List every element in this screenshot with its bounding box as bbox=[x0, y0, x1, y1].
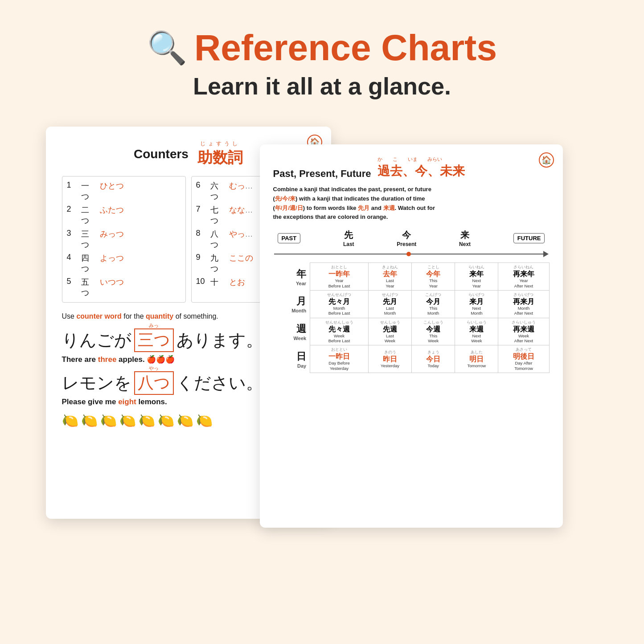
table-cell: あさって明後日Day AfterTomorrow bbox=[498, 345, 549, 373]
table-row: 4四つよっつ bbox=[67, 251, 181, 275]
pf-card: 🏠 Past, Present, Future かこいまみらい 過去、今、未来 … bbox=[260, 144, 563, 528]
future-label: FUTURE bbox=[513, 233, 545, 243]
table-cell: きょう今日Today bbox=[412, 345, 455, 373]
boxed-word-mitsu: みっ 三つ bbox=[134, 328, 174, 352]
title-text: Reference Charts bbox=[194, 27, 497, 69]
counters-title-en: Counters bbox=[134, 147, 189, 161]
year-header: 年Year bbox=[273, 263, 310, 291]
table-cell: おととい一昨日Day BeforeYesterday bbox=[310, 345, 369, 373]
counters-left-col: 1一つひとつ 2二つふたつ 3三つみっつ 4四つよっつ 5五ついつつ bbox=[62, 176, 186, 303]
table-cell: あした明日Tomorrow bbox=[455, 345, 498, 373]
timeline-col-rai: 来 Next bbox=[459, 229, 471, 247]
table-cell: こんしゅう今週ThisWeek bbox=[412, 318, 455, 345]
day-header: 日Day bbox=[273, 345, 310, 373]
pf-furigana-row: かこいまみらい bbox=[377, 156, 442, 163]
pf-title-row: Past, Present, Future かこいまみらい 過去、今、未来 bbox=[273, 156, 550, 180]
pf-title-en: Past, Present, Future bbox=[273, 168, 371, 180]
table-cell: せんせんげつ先々月MonthBefore Last bbox=[310, 290, 369, 318]
table-cell: きょねん去年LastYear bbox=[368, 263, 411, 291]
timeline-col-ima: 今 Present bbox=[397, 229, 416, 247]
counters-furigana: じょすうし bbox=[200, 140, 240, 148]
counters-ja-block: じょすうし 助数詞 bbox=[197, 140, 243, 168]
cards-container: 🏠 Counters じょすうし 助数詞 1一つひとつ 2二つふたつ 3三つみっ… bbox=[55, 118, 590, 546]
table-row: 1一つひとつ bbox=[67, 179, 181, 203]
table-row: 5五ついつつ bbox=[67, 275, 181, 299]
table-row: 2二つふたつ bbox=[67, 203, 181, 227]
table-cell: せんげつ先月LastMonth bbox=[368, 290, 411, 318]
pf-description: Combine a kanji that indicates the past,… bbox=[273, 185, 550, 222]
table-row: 3三つみっつ bbox=[67, 227, 181, 251]
boxed-word-yattsu: やっ 八つ bbox=[134, 371, 174, 395]
timeline-row: PAST 先 Last 今 Present 来 Next FUTURE bbox=[273, 229, 550, 247]
timeline-col-saki: 先 Last bbox=[343, 229, 354, 247]
week-header: 週Week bbox=[273, 318, 310, 345]
home-icon-pf[interactable]: 🏠 bbox=[539, 152, 554, 168]
table-cell: ことし今年ThisYear bbox=[412, 263, 455, 291]
page-title: 🔍 Reference Charts bbox=[147, 27, 497, 69]
pf-title-ja: 過去、今、未来 bbox=[377, 163, 465, 180]
table-cell: らいしゅう来週NextWeek bbox=[455, 318, 498, 345]
table-cell: らいげつ来月NextMonth bbox=[455, 290, 498, 318]
table-row: 月Month せんせんげつ先々月MonthBefore Last せんげつ先月L… bbox=[273, 290, 550, 318]
pf-ja-block: かこいまみらい 過去、今、未来 bbox=[377, 156, 465, 180]
month-header: 月Month bbox=[273, 290, 310, 318]
table-cell: さらいしゅう再来週WeekAfter Next bbox=[498, 318, 549, 345]
table-cell: らいねん来年NextYear bbox=[455, 263, 498, 291]
timeline-arrow bbox=[273, 251, 550, 257]
page-header: 🔍 Reference Charts Learn it all at a gla… bbox=[147, 27, 497, 100]
page-subtitle: Learn it all at a glance. bbox=[147, 72, 497, 100]
table-cell: こんげつ今月ThisMonth bbox=[412, 290, 455, 318]
table-cell: おととし一昨年YearBefore Last bbox=[310, 263, 369, 291]
past-label: PAST bbox=[278, 233, 301, 243]
table-cell: さらいげつ再来月MonthAfter Next bbox=[498, 290, 549, 318]
table-row: 年Year おととし一昨年YearBefore Last きょねん去年LastY… bbox=[273, 263, 550, 291]
table-cell: せんせんしゅう先々週WeekBefore Last bbox=[310, 318, 369, 345]
table-cell: きのう昨日Yesterday bbox=[368, 345, 411, 373]
magnify-icon: 🔍 bbox=[147, 29, 187, 67]
table-row: 週Week せんせんしゅう先々週WeekBefore Last せんしゅう先週L… bbox=[273, 318, 550, 345]
table-cell: さらいねん再来年YearAfter Next bbox=[498, 263, 549, 291]
table-row: 日Day おととい一昨日Day BeforeYesterday きのう昨日Yes… bbox=[273, 345, 550, 373]
counters-title-ja: 助数詞 bbox=[197, 148, 243, 168]
table-cell: せんしゅう先週LastWeek bbox=[368, 318, 411, 345]
pf-grid-table: 年Year おととし一昨年YearBefore Last きょねん去年LastY… bbox=[273, 263, 550, 373]
